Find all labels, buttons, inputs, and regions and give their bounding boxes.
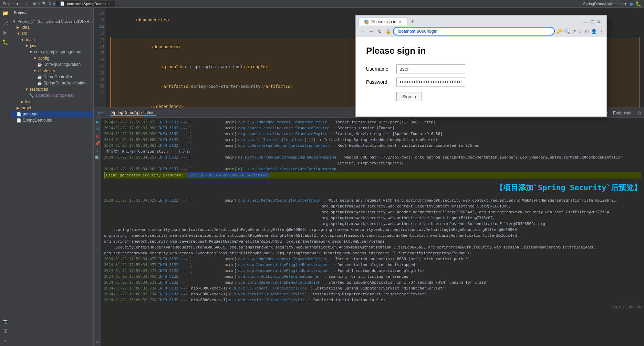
tree-item-application-props[interactable]: 🔧 application.properties xyxy=(11,92,93,99)
bookmark-icon[interactable]: ☆ xyxy=(578,29,583,34)
tree-item-democontroller[interactable]: ☕ DemoController xyxy=(11,74,93,80)
browser-close-icon[interactable]: ✕ xyxy=(597,19,601,24)
tab-close-icon[interactable]: ✕ xyxy=(108,2,111,6)
springapp-label: SpringDemoApplication xyxy=(43,81,86,85)
props-label: application.properties xyxy=(35,93,74,98)
endpoints-tab[interactable]: Endpoints xyxy=(612,111,633,115)
side-icon-debug[interactable]: 🐛 xyxy=(2,39,8,45)
resources-folder-icon: ▼ xyxy=(25,87,29,91)
run-scroll-icon[interactable]: ⤵ xyxy=(96,148,98,153)
run-stop-icon[interactable]: ■ xyxy=(96,134,99,139)
console-output: 2024-01-22 17:59:33.975 INFO 8132 --- [ … xyxy=(101,118,644,346)
file-tree-sidebar: Project ▼ Project_04 [SpringDemo] C:\Use… xyxy=(11,8,94,346)
tree-item-knife4j[interactable]: ☕ Knife4jConfiguration xyxy=(11,61,93,68)
toolbar-icon-search[interactable]: 🔍 xyxy=(42,1,47,6)
lock-icon: 🔒 xyxy=(385,29,391,34)
browser-new-tab-button[interactable]: + xyxy=(409,18,417,25)
forward-button[interactable]: → xyxy=(367,28,375,35)
share-icon[interactable]: ↗ xyxy=(572,29,576,34)
run-play-icon[interactable]: ▶ xyxy=(96,119,99,124)
url-bar[interactable] xyxy=(393,27,555,35)
log-line-dispatcher2: 2024-01-22 18:00:32.734 INFO 8132 --- [n… xyxy=(104,291,641,297)
side-icon-git[interactable]: ⎇ xyxy=(3,20,8,26)
run-wrap-icon[interactable]: ↩ xyxy=(95,339,99,345)
browser-tab-title: Please sign in xyxy=(371,19,396,24)
run-pin-icon[interactable]: 📌 xyxy=(95,141,100,146)
side-icon-project[interactable]: 📁 xyxy=(2,10,8,16)
side-icon-chevrons[interactable]: « xyxy=(4,338,7,343)
run-app-tab[interactable]: SpringDemoApplication xyxy=(110,110,156,116)
tree-item-package[interactable]: ▼ com.example.springdemo xyxy=(11,49,93,55)
csdn-watermark: CSDN @SUNxRUN xyxy=(104,304,641,310)
tree-item-main[interactable]: ▼ main xyxy=(11,37,93,43)
password-input[interactable] xyxy=(396,78,465,86)
back-button[interactable]: ← xyxy=(359,28,366,35)
menu-dots-icon[interactable]: ⋮ xyxy=(599,29,604,34)
iml-icon: 📄 xyxy=(17,118,21,123)
nav-icons: 🔑 🔍 ↗ ☆ ⊡ 👤 ⋮ xyxy=(556,29,604,34)
project-label: Project_04 [SpringDemo] C:\Users\SUNxR..… xyxy=(18,19,93,23)
side-icon-run[interactable]: ▶ xyxy=(3,30,7,35)
tree-item-src[interactable]: ▼ src xyxy=(11,30,93,37)
debug-button[interactable]: 🐛 xyxy=(635,1,641,7)
side-icon-camera[interactable]: 📷 xyxy=(2,318,8,324)
run-rerun-icon[interactable]: ↺ xyxy=(95,126,99,132)
config-label: config xyxy=(38,56,49,61)
editor-tab-bar: 📄 pom.xml (SpringDemo) ✕ xyxy=(56,1,583,7)
springapp-icon: ☕ xyxy=(37,81,42,85)
sidebar-toggle-icon[interactable]: ⊡ xyxy=(585,29,589,34)
log-line-5: 2024-01-22 17:59:34.069 INFO 8132 --- [ … xyxy=(104,143,641,149)
toolbar-icon-run[interactable]: ▶ xyxy=(53,1,56,6)
tree-item-config[interactable]: ▼ config xyxy=(11,55,93,61)
editor-right: 19 20 21 22 23 24 25 26 27 28 29 30 31 <… xyxy=(94,8,644,346)
main-layout: 📁 ⎇ ▶ 🐛 📷 ⊞ « Project ▼ Project_04 [Spri… xyxy=(0,8,644,346)
user-icon[interactable]: 👤 xyxy=(591,29,597,34)
target-label: target xyxy=(21,105,31,110)
browser-chrome: 🔒 Please sign in ✕ + — □ ✕ ← → ↻ 🔒 xyxy=(356,16,606,37)
browser-minimize-icon[interactable]: — xyxy=(584,19,589,24)
project-dropdown[interactable]: Project ▼ xyxy=(3,2,19,6)
run-button[interactable]: ▶ xyxy=(630,1,634,7)
log-line-security-cont: .springframework.security.authentication… xyxy=(104,227,641,244)
tree-item-springdemoapplication[interactable]: ☕ SpringDemoApplication xyxy=(11,80,93,86)
test-folder-icon: ▶ xyxy=(21,100,23,104)
signin-button[interactable]: Sign in xyxy=(396,92,422,101)
toolbar-icon-edit[interactable]: ✎ xyxy=(38,1,41,6)
tree-item-controller-folder[interactable]: ▼ controller xyxy=(11,68,93,74)
browser-window-controls: — □ ✕ xyxy=(584,19,604,24)
log-line-api: 2024-01-22 17:59:34.492 INFO 8132 --- [ … xyxy=(104,274,641,279)
tree-item-target[interactable]: ▶ target xyxy=(11,105,93,111)
tree-item-pom-xml[interactable]: 📄 pom.xml xyxy=(11,111,93,117)
run-config-dropdown[interactable]: SpringDemoApplication ▼ xyxy=(583,2,627,6)
tree-item-project[interactable]: ▼ Project_04 [SpringDemo] C:\Users\SUNxR… xyxy=(11,19,93,24)
knife4j-label: Knife4jConfiguration xyxy=(43,62,81,67)
project-folder-icon: ▼ xyxy=(12,19,16,23)
log-line-4: 2024-01-22 17:59:34.069 INFO 8132 --- [ … xyxy=(104,137,641,143)
log-line-2: 2024-01-22 17:59:33.990 INFO 8132 --- [ … xyxy=(104,125,641,131)
file-tree: ▼ Project_04 [SpringDemo] C:\Users\SUNxR… xyxy=(11,17,93,125)
password-row: Password xyxy=(366,78,596,86)
toolbar-icon-settings[interactable]: ⚙ xyxy=(48,1,52,6)
tree-item-java[interactable]: ▼ java xyxy=(11,43,93,49)
run-side-controls: ▶ ↺ ■ 📌 ⤵ 🔍 ↩ xyxy=(94,118,101,346)
tree-item-resources[interactable]: ▼ resources xyxy=(11,86,93,92)
username-input[interactable] xyxy=(396,64,465,73)
tree-item-springdemo-iml[interactable]: 📄 SpringDemo.iml xyxy=(11,117,93,123)
line-numbers: 19 20 21 22 23 24 25 26 27 28 29 30 31 xyxy=(94,8,106,108)
browser-active-tab[interactable]: 🔒 Please sign in ✕ xyxy=(359,18,407,26)
run-filter-icon[interactable]: 🔍 xyxy=(95,155,100,161)
browser-maximize-icon[interactable]: □ xyxy=(591,19,594,24)
tab-pom-xml[interactable]: 📄 pom.xml (SpringDemo) ✕ xyxy=(56,1,115,7)
key-icon[interactable]: 🔑 xyxy=(556,29,562,34)
tree-item-idea[interactable]: ▶ .idea xyxy=(11,24,93,30)
tree-item-test[interactable]: ▶ test xyxy=(11,99,93,105)
zoom-icon[interactable]: 🔍 xyxy=(564,29,570,34)
refresh-button[interactable]: ↻ xyxy=(376,28,383,35)
run-settings-icon[interactable]: ⚙ xyxy=(637,111,641,115)
props-icon: 🔧 xyxy=(29,93,34,98)
browser-window[interactable]: 🔒 Please sign in ✕ + — □ ✕ ← → ↻ 🔒 xyxy=(355,15,607,117)
toolbar-icon-menu[interactable]: ☰ xyxy=(33,1,36,6)
browser-tab-close-icon[interactable]: ✕ xyxy=(398,20,402,24)
side-icon-terminal[interactable]: ⊞ xyxy=(3,328,8,334)
pom-xml-label: pom.xml xyxy=(23,112,38,116)
